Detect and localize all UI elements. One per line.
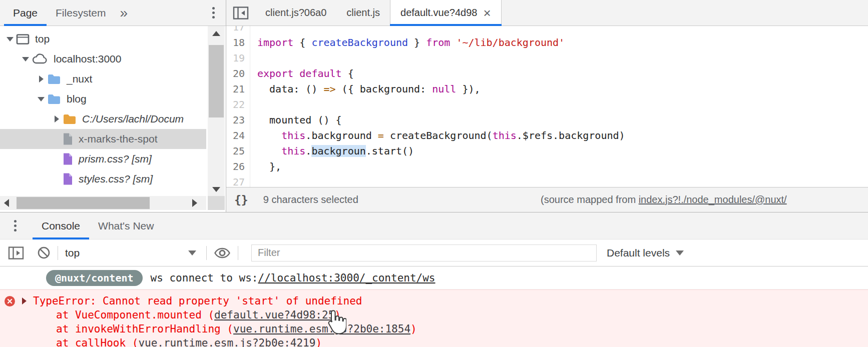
editor-tab-default-vue-4d98[interactable]: default.vue?4d98× [390,0,502,26]
tree-item-blog[interactable]: blog [0,89,206,109]
line-number: 24 [226,128,250,143]
code-text: }, [250,160,281,172]
folder-blue-icon [47,74,61,85]
execution-context-select[interactable]: top [65,247,199,259]
tree-item-localhost-3000[interactable]: localhost:3000 [0,49,206,69]
editor-tabs-slot: client.js?06a0client.jsdefault.vue?4d98× [255,0,502,26]
editor-tab-client-js-06a0[interactable]: client.js?06a0 [255,0,336,26]
navigator-tabs-slot: PageFilesystem [4,0,115,26]
folder-blue-icon [47,94,61,105]
close-tab-icon[interactable]: × [483,6,491,20]
navigator-menu-icon[interactable] [212,12,215,14]
stack-frame: at invokeWithErrorHandling (vue.runtime.… [0,322,868,336]
code-line: 21 data: () => ({ background: null }), [226,81,868,96]
tree-collapsed-icon[interactable] [35,76,47,82]
file-gray-icon [63,132,73,146]
scroll-down-icon[interactable] [212,187,220,192]
console-menu-icon[interactable] [14,224,17,227]
source-mapped-prefix: (source mapped from [541,194,639,205]
code-line: 23 mounted () { [226,112,868,128]
tree-item-label: prism.css? [sm] [79,153,152,165]
line-number: 25 [226,143,250,158]
toolbar-divider [206,246,207,260]
tree-horizontal-scrollbar[interactable] [0,196,206,210]
code-line: 17 [226,26,868,34]
line-number: 20 [226,66,250,81]
code-line: 25 this.backgroun.start() [226,143,868,158]
editor-pane: client.js?06a0client.jsdefault.vue?4d98×… [226,0,868,212]
scroll-right-icon[interactable] [192,199,197,207]
tree-item-top[interactable]: top [0,29,206,49]
scroll-up-icon[interactable] [212,31,220,36]
tree-vertical-scrollbar[interactable] [208,26,225,196]
tree-item-label: top [35,33,50,45]
navigator-tabbar: PageFilesystem » [0,0,226,26]
line-number: 26 [226,158,250,174]
stack-frame-link[interactable]: vue.runtime.esm.js?2b0e:1854 [233,323,410,335]
source-mapped-link[interactable]: index.js?!./node_modules/@nuxt/ [639,194,787,205]
console-tab-what-s-new[interactable]: What's New [89,212,163,239]
code-editor[interactable]: 1718import { createBackground } from '~/… [226,26,868,187]
tree-expanded-icon[interactable] [35,97,47,102]
log-levels-label: Default levels [607,247,670,259]
stack-frame-suffix: ) [410,323,417,335]
pretty-print-icon[interactable]: {} [234,194,248,206]
tree-collapsed-icon[interactable] [51,116,63,122]
toolbar-divider [58,246,58,260]
code-text: data: () => ({ background: null }), [250,83,481,95]
navigator-tab-page[interactable]: Page [4,0,47,26]
folder-orange-icon [63,114,77,125]
tree-item-nuxt[interactable]: _nuxt [0,69,206,89]
console-filter-input[interactable] [251,244,597,262]
stack-frame: at VueComponent.mounted (default.vue?4d9… [0,308,868,322]
error-icon [4,296,16,307]
console-tab-console[interactable]: Console [33,212,89,239]
navigator-pane: PageFilesystem » toplocalhost:3000_nuxtb… [0,0,226,212]
code-text: this.background = createBackground(this.… [250,130,625,142]
console-log-text: ws connect to ws: [151,272,258,284]
stack-frame-prefix: at callHook ( [56,337,138,347]
expand-stack-icon[interactable] [22,298,30,304]
frame-icon [16,34,30,45]
console-log-message: @nuxt/contentws connect to ws://localhos… [0,266,868,290]
tree-item-styles-css-sm[interactable]: styles.css? [sm] [0,169,206,189]
tree-expanded-icon[interactable] [4,37,16,42]
line-number: 18 [226,34,250,50]
code-text: import { createBackground } from '~/lib/… [250,36,565,48]
code-line: 24 this.background = createBackground(th… [226,128,868,143]
tree-expanded-icon[interactable] [20,57,32,62]
line-number: 23 [226,112,250,128]
clear-console-button[interactable] [37,246,51,260]
scrollbar-thumb[interactable] [17,197,150,209]
code-text: export default { [250,68,354,80]
stack-frame-suffix: ) [315,337,322,347]
line-number: 22 [226,96,250,112]
console-sidebar-button[interactable] [8,246,24,260]
tree-item-x-marks-the-spot[interactable]: x-marks-the-spot [0,129,206,149]
console-log-link[interactable]: //localhost:3000/_content/ws [258,272,435,284]
editor-tab-label: client.js?06a0 [265,7,326,18]
console-toolbar: top Default levels [0,240,868,266]
stack-frame-link[interactable]: vue.runtime.esm.js?2b0e:4219 [138,337,315,347]
live-expression-button[interactable] [214,247,231,259]
cloud-icon [32,53,48,65]
editor-status-bar: {} 9 characters selected (source mapped … [226,187,868,212]
editor-tab-label: client.js [346,7,380,18]
scrollbar-thumb[interactable] [209,45,224,118]
tree-item-c-users-lachl-docum[interactable]: C:/Users/lachl/Docum [0,109,206,129]
eye-icon [214,247,231,259]
code-text: this.backgroun.start() [250,145,414,157]
tree-item-prism-css-sm[interactable]: prism.css? [sm] [0,149,206,169]
log-levels-dropdown[interactable]: Default levels [607,247,684,259]
error-message-text: TypeError: Cannot read property 'start' … [33,295,362,307]
stack-frame-link[interactable]: default.vue?4d98:25 [214,309,334,321]
line-number: 17 [226,26,250,34]
file-purple-icon [63,172,73,186]
more-tabs-icon[interactable]: » [120,6,128,20]
hide-navigator-button[interactable] [226,0,255,26]
editor-tab-client-js[interactable]: client.js [336,0,390,26]
scroll-left-icon[interactable] [4,199,9,207]
execution-context-value: top [65,247,80,259]
navigator-tab-filesystem[interactable]: Filesystem [47,0,115,26]
tree-item-label: styles.css? [sm] [79,173,153,185]
